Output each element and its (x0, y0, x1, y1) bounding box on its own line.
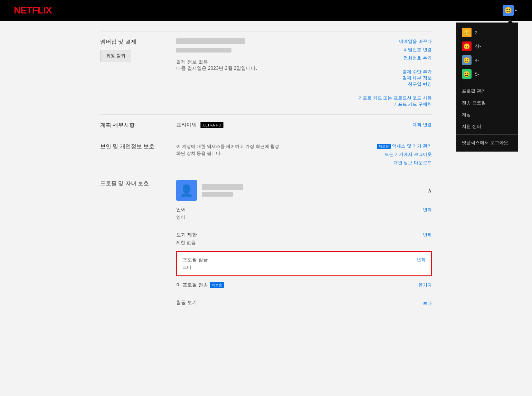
language-change-link[interactable]: 변화 (423, 207, 432, 213)
language-value: 영어 (176, 214, 423, 220)
download-personal-info-link[interactable]: 개인 정보 다운로드 (363, 160, 432, 166)
profile-section: 프로필 및 자녀 보호 👤 ∧ (100, 173, 432, 320)
membership-section-title: 멤버십 및 결제 (100, 38, 169, 46)
profile-avatar-emoji: 👤 (180, 184, 193, 197)
security-section-label: 보안 및 개인정보 보호 (100, 143, 169, 166)
transfer-profile-row: 이 프로필 전송 새로운 옮기다 (176, 276, 432, 294)
view-restriction-detail-left: 보기 제한 제한 없음. (176, 232, 423, 246)
change-plan-link[interactable]: 계획 변경 (363, 122, 432, 128)
gift-code-link[interactable]: 기프트 카드 또는 프로모션 코드 사용 (358, 95, 432, 101)
dropdown-profile-item-p1[interactable]: 😊 2- (456, 26, 518, 39)
new-badge-security: 새로운 (377, 144, 391, 149)
profile-lock-detail-left: 프로필 잠금 끄다 (182, 257, 417, 271)
membership-section: 멤버십 및 결제 회원 탈퇴 결제 정보 없음 다음 결제일은 2023년 2월… (100, 31, 432, 114)
email-blurred (176, 38, 245, 44)
profile-label-p4: 5- (475, 72, 479, 77)
profile-section-header: 프로필 및 자녀 보호 👤 ∧ (100, 180, 432, 201)
add-phone-link[interactable]: 전화번호 추가 (358, 55, 432, 61)
profile-name-area (202, 184, 243, 197)
profile-lock-change-link[interactable]: 변화 (417, 257, 426, 263)
next-billing-date: 다음 결제일은 2023년 2월 2일입니다. (176, 65, 351, 72)
current-profile-avatar: 😊 (503, 5, 514, 16)
access-devices-link[interactable]: 새로운액세스 및 기기 관리 (363, 143, 432, 149)
dropdown-profile-item-p4[interactable]: 😄 5- (456, 67, 518, 81)
profile-details: 언어 영어 변화 보기 제한 제한 없음. 변화 프로필 잠금 끄다 변화 (176, 201, 432, 313)
add-payment-link[interactable]: 결제 수단 추가 (358, 69, 432, 75)
dropdown-divider-2 (456, 134, 518, 135)
plan-name: 프리미엄 (176, 122, 197, 128)
view-restriction-value: 제한 없음. (176, 239, 423, 246)
profile-main-content: 👤 ∧ (176, 180, 432, 201)
security-actions: 새로운액세스 및 기기 관리 모든 기기에서 로그아웃 개인 정보 다운로드 (363, 143, 432, 166)
profile-label-p3: 4- (475, 58, 479, 63)
dropdown-profile-item-p3[interactable]: 😐 4- (456, 53, 518, 67)
main-content: 멤버십 및 결제 회원 탈퇴 결제 정보 없음 다음 결제일은 2023년 2월… (93, 21, 439, 330)
profile-info: 👤 (176, 180, 243, 201)
change-billing-date-link[interactable]: 청구일 변경 (358, 81, 432, 87)
profile-name-blurred-2 (202, 192, 233, 197)
dropdown-help-center[interactable]: 지원 센터 (456, 121, 518, 132)
chevron-down-icon: ▾ (515, 9, 517, 12)
dropdown-divider-1 (456, 83, 518, 83)
language-title: 언어 (176, 207, 423, 213)
profile-icon-p3: 😐 (462, 55, 472, 65)
language-detail-left: 언어 영어 (176, 207, 423, 220)
profile-lock-value: 끄다 (182, 264, 417, 271)
security-description: 이 계정에 대한 액세스를 제어하고 가장 최근에 활성화된 장치 동을 봅니다… (176, 143, 314, 157)
plan-section: 계획 세부사항 프리미엄 ULTRA HD 계획 변경 (100, 114, 432, 136)
profile-lock-title: 프로필 잠금 (182, 257, 417, 263)
view-restriction-change-link[interactable]: 변화 (423, 232, 432, 238)
activity-action-link[interactable]: 보다 (423, 300, 432, 307)
plan-content: 프리미엄 ULTRA HD (176, 122, 356, 129)
activity-row: 활동 보기 보다 (176, 294, 432, 313)
security-content: 이 계정에 대한 액세스를 제어하고 가장 최근에 활성화된 장치 동을 봅니다… (176, 143, 356, 166)
netflix-logo: NETFLIX (14, 5, 52, 16)
profile-icon-p4: 😄 (462, 69, 472, 79)
activity-detail-left: 활동 보기 (176, 300, 423, 307)
change-email-link[interactable]: 이메일을 바꾸다 (358, 38, 432, 45)
membership-info: 결제 정보 없음 다음 결제일은 2023년 2월 2일입니다. (176, 38, 351, 107)
plan-section-label: 계획 세부사항 (100, 122, 169, 129)
transfer-title: 이 프로필 전송 (176, 282, 208, 288)
transfer-action-link[interactable]: 옮기다 (418, 282, 432, 288)
plan-badge: ULTRA HD (200, 122, 224, 128)
profile-dropdown-menu: 😊 2- 😠 삼- 😐 4- 😄 5- (456, 22, 518, 152)
dropdown-arrow-inner (508, 20, 513, 23)
cancel-membership-button[interactable]: 회원 탈퇴 (100, 50, 131, 62)
profile-label-p1: 2- (475, 30, 479, 35)
dropdown-profile-item-p2[interactable]: 😠 삼- (456, 39, 518, 53)
dropdown-transfer-profile[interactable]: 전송 프로필 (456, 97, 518, 109)
profile-section-label: 프로필 및 자녀 보호 (100, 180, 169, 201)
profile-name-blurred-1 (202, 184, 243, 190)
view-restriction-row: 보기 제한 제한 없음. 변화 (176, 226, 432, 251)
profile-avatar-large: 👤 (176, 180, 197, 201)
header-right: 😊 ▾ 😊 2- 😠 삼- 😐 (501, 3, 518, 17)
logout-all-devices-link[interactable]: 모든 기기에서 로그아웃 (363, 151, 432, 158)
language-row: 언어 영어 변화 (176, 201, 432, 226)
current-avatar-emoji: 😊 (504, 7, 512, 14)
dropdown-manage-profiles[interactable]: 프로필 관리 (456, 85, 518, 97)
profile-label-p2: 삼- (475, 43, 481, 49)
profile-header-row: 👤 ∧ (176, 180, 432, 201)
activity-title: 활동 보기 (176, 300, 423, 306)
transfer-new-badge: 새로운 (210, 282, 224, 288)
header: NETFLIX 😊 ▾ 😊 2- 😠 삼- (0, 0, 532, 21)
profile-avatar-btn[interactable]: 😊 ▾ (501, 3, 518, 17)
payment-details-link[interactable]: 결제 세부 정보 (358, 75, 432, 81)
transfer-label: 이 프로필 전송 새로운 (176, 282, 225, 288)
profile-lock-row: 프로필 잠금 끄다 변화 (176, 251, 432, 276)
phone-blurred (176, 48, 231, 53)
chevron-up-icon[interactable]: ∧ (428, 187, 432, 194)
dropdown-account[interactable]: 계정 (456, 109, 518, 121)
payment-info: 결제 정보 없음 다음 결제일은 2023년 2월 2일입니다. (176, 59, 351, 72)
view-restriction-title: 보기 제한 (176, 232, 423, 238)
plan-actions: 계획 변경 (363, 122, 432, 129)
dropdown-signout[interactable]: 넷플릭스에서 로그아웃 (456, 137, 518, 149)
buy-gift-card-link[interactable]: 기프트 카드 구매처 (358, 101, 432, 107)
payment-label: 결제 정보 없음 (176, 59, 351, 65)
membership-label: 멤버십 및 결제 회원 탈퇴 (100, 38, 169, 107)
security-section: 보안 및 개인정보 보호 이 계정에 대한 액세스를 제어하고 가장 최근에 활… (100, 136, 432, 173)
change-password-link[interactable]: 비밀번호 변경 (358, 47, 432, 53)
profile-icon-p1: 😊 (462, 28, 472, 37)
profile-icon-p2: 😠 (462, 41, 472, 51)
